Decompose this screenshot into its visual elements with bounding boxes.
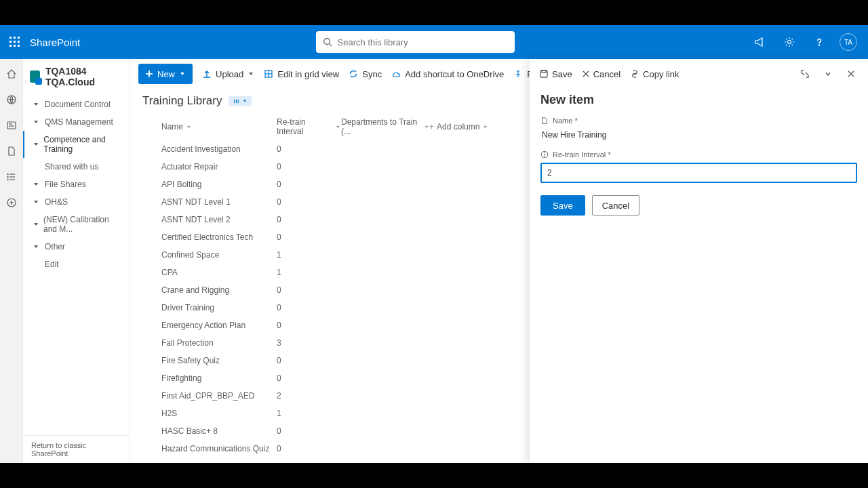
cell-retrain: 1 (277, 268, 341, 277)
cell-name: ASNT NDT Level 1 (149, 197, 277, 207)
panel-toolbar: Save Cancel Copy link (530, 59, 868, 89)
save-button[interactable]: Save (540, 195, 585, 216)
panel-cancel-cmd[interactable]: Cancel (582, 69, 620, 79)
nav-item-label: Other (45, 242, 65, 251)
cell-name: Firefighting (149, 373, 277, 383)
chevron-down-icon (33, 101, 41, 108)
nav-item-5[interactable]: OH&S (23, 193, 130, 211)
chevron-down-icon (33, 119, 41, 125)
nav-item-label: OH&S (45, 197, 68, 207)
cell-name: CPA (149, 268, 277, 277)
sync-button[interactable]: Sync (349, 69, 382, 79)
lists-icon[interactable] (5, 170, 18, 184)
new-button[interactable]: New (138, 64, 193, 84)
column-name[interactable]: Name (149, 117, 277, 136)
nav-item-label: QMS Management (45, 117, 113, 127)
cell-retrain: 0 (277, 426, 341, 436)
chevron-down-icon (33, 181, 41, 188)
nav-item-1[interactable]: QMS Management (23, 113, 130, 131)
nav-item-label: Edit (45, 260, 59, 269)
cell-retrain: 0 (277, 197, 341, 207)
suite-header: SharePoint TA (0, 25, 868, 59)
globe-icon[interactable] (5, 93, 18, 106)
cell-retrain: 2 (277, 391, 341, 401)
avatar[interactable]: TA (840, 33, 857, 51)
nav-item-6[interactable]: (NEW) Calibration and M... (23, 211, 130, 238)
nav-item-2[interactable]: Competence and Training (23, 131, 130, 158)
cell-name: Fire Safety Quiz (149, 356, 277, 365)
cancel-button[interactable]: Cancel (592, 195, 639, 216)
news-icon[interactable] (5, 119, 18, 132)
svg-point-22 (7, 179, 7, 180)
field-name-value[interactable]: New Hire Training (540, 129, 857, 142)
app-rail (0, 59, 23, 463)
cell-retrain: 0 (277, 303, 341, 312)
gear-icon[interactable] (780, 33, 799, 52)
edit-grid-label: Edit in grid view (277, 69, 339, 79)
add-shortcut-button[interactable]: Add shortcut to OneDrive (391, 69, 504, 79)
nav-item-4[interactable]: File Shares (23, 176, 130, 193)
cell-name: Driver Training (149, 303, 277, 312)
retrain-input[interactable] (540, 163, 857, 183)
site-logo-icon (30, 70, 40, 83)
svg-rect-3 (9, 41, 12, 43)
panel-save-cmd[interactable]: Save (539, 69, 572, 79)
cell-name: API Bolting (149, 180, 277, 189)
cell-retrain: 3 (277, 338, 341, 348)
cell-retrain: 0 (277, 180, 341, 189)
column-retrain[interactable]: Re-train Interval (277, 117, 341, 136)
edit-grid-button[interactable]: Edit in grid view (264, 69, 339, 79)
cell-name: Crane and Rigging (149, 285, 277, 295)
svg-rect-1 (14, 37, 16, 39)
site-title[interactable]: TQA1084 TQA.Cloud (45, 66, 123, 87)
svg-rect-0 (9, 37, 12, 39)
chevron-down-icon (33, 243, 41, 250)
new-item-panel: Save Cancel Copy link (530, 59, 868, 463)
megaphone-icon[interactable] (750, 33, 769, 52)
svg-point-43 (544, 152, 545, 153)
field-retrain-label: Re-train Interval * (553, 150, 611, 159)
svg-point-12 (818, 45, 819, 45)
app-launcher-icon[interactable] (5, 33, 24, 52)
upload-label: Upload (216, 69, 243, 79)
cell-name: H2S (149, 409, 277, 418)
svg-point-21 (7, 176, 7, 177)
files-icon[interactable] (5, 144, 18, 158)
cell-retrain: 0 (277, 373, 341, 383)
field-name: Name * New Hire Training (540, 117, 857, 142)
sync-label: Sync (362, 69, 382, 79)
help-icon[interactable] (810, 33, 829, 52)
left-nav: TQA1084 TQA.Cloud Document ControlQMS Ma… (23, 59, 130, 463)
svg-line-10 (329, 44, 332, 47)
return-classic-link[interactable]: Return to classic SharePoint (23, 435, 130, 463)
panel-copylink-cmd[interactable]: Copy link (630, 69, 679, 79)
nav-item-0[interactable]: Document Control (23, 96, 130, 113)
chevron-down-icon[interactable] (821, 66, 835, 81)
nav-item-8[interactable]: Edit (23, 256, 130, 273)
new-button-label: New (157, 69, 175, 79)
cell-name: HASC Basic+ 8 (149, 426, 277, 436)
add-column-button[interactable]: + Add column (429, 117, 488, 136)
cell-retrain: 1 (277, 250, 341, 260)
search-input[interactable] (338, 37, 508, 47)
document-icon (540, 117, 549, 125)
home-icon[interactable] (5, 67, 18, 81)
cell-name: ASNT NDT Level 2 (149, 215, 277, 224)
svg-point-9 (323, 39, 330, 45)
nav-item-label: File Shares (45, 180, 86, 189)
close-icon[interactable] (844, 66, 859, 81)
cell-retrain: 1 (277, 409, 341, 418)
nav-item-3[interactable]: Shared with us (23, 158, 130, 176)
search-box[interactable] (316, 31, 515, 53)
list-title: Training Library (142, 94, 222, 108)
cell-retrain: 0 (277, 444, 341, 453)
view-selector[interactable] (229, 96, 252, 106)
cell-retrain: 0 (277, 162, 341, 171)
upload-button[interactable]: Upload (202, 69, 254, 79)
expand-icon[interactable] (797, 66, 812, 81)
chevron-down-icon (33, 221, 39, 228)
nav-item-7[interactable]: Other (23, 238, 130, 256)
app-name[interactable]: SharePoint (30, 37, 80, 48)
column-departments[interactable]: Departments to Train (... (341, 117, 429, 136)
create-icon[interactable] (5, 196, 18, 209)
